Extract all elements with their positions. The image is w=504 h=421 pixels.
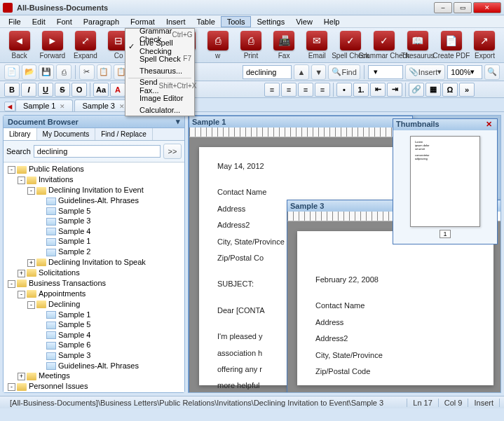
thumbnails-close-icon[interactable]: ✕ [483,120,494,130]
outline-button[interactable]: O [71,83,87,97]
bold-button[interactable]: B [4,83,20,97]
menu-table[interactable]: Table [191,17,220,27]
menuitem-calculator-[interactable]: Calculator... [125,104,194,116]
back-button[interactable]: ◄Back [4,29,34,62]
justify-button[interactable]: ≡ [315,83,330,97]
menu-tools[interactable]: Tools [221,16,252,27]
search-input[interactable] [34,145,161,158]
tree-node[interactable]: +Declining Invitation to Speak [5,257,183,268]
style-combo[interactable]: ▾ [368,65,403,79]
tab-close-icon[interactable]: ✕ [60,103,65,110]
menuitem-spell-check[interactable]: Spell CheckF7 [125,53,194,64]
expand-icon[interactable]: - [8,383,15,391]
outdent-button[interactable]: ⇤ [370,83,386,97]
tree-node[interactable]: Sample 6 [5,340,183,350]
export-button[interactable]: ↗Export [470,29,500,62]
tree-node[interactable]: -Business Transactions [5,278,183,289]
indent-button[interactable]: ⇥ [387,83,402,97]
print-button[interactable]: ⎙ [56,64,71,80]
expand-icon[interactable]: - [18,177,25,184]
create-pdf-button[interactable]: 📄Create PDF [436,29,467,62]
new-button[interactable]: 📄 [4,64,20,80]
menu-edit[interactable]: Edit [27,17,51,27]
strike-button[interactable]: S [55,83,70,97]
thesaurus-button[interactable]: 📖Thesaurus [402,29,433,62]
insert-button[interactable]: 📎Insert ▾ [405,64,446,80]
menu-help[interactable]: Help [318,17,346,27]
tree-node[interactable]: -Appointments [5,289,183,299]
expand-icon[interactable]: - [18,291,25,298]
tree-node[interactable]: Sample 3 [5,216,183,226]
find-button[interactable]: 🔍Find [328,64,360,80]
tree-node[interactable]: +Solicitations [5,268,183,278]
underline-button[interactable]: U [38,83,53,97]
thumbnails-panel[interactable]: Thumbnails✕ Loremipsum dolorsit ametcons… [393,118,498,244]
cut-button[interactable]: ✂ [79,64,95,80]
menu-format[interactable]: Format [125,17,161,27]
tree-node[interactable]: +Meetings [5,371,183,381]
case-button[interactable]: Aa [93,83,109,97]
more-button[interactable]: » [459,83,475,97]
tree-node[interactable]: Guidelines-Alt. Phrases [5,195,183,206]
expand-icon[interactable]: - [8,280,15,288]
italic-button[interactable]: I [21,83,36,97]
tree-node[interactable]: -Personnel Issues [5,381,183,392]
document-page[interactable]: February 22, 2008 Contact NameAddressAdd… [297,231,493,385]
menu-file[interactable]: File [3,17,27,27]
tree-node[interactable]: Sample 2 [5,247,183,257]
menuitem-send-fax-[interactable]: Send Fax...Shift+Ctrl+X [125,80,194,92]
find-next-button[interactable]: ▼ [311,64,327,80]
tree-node[interactable]: Guidelines-Alt. Phrases [5,361,183,371]
bullets-button[interactable]: • [336,83,352,97]
grammar-check-button[interactable]: ✓Grammar Check [369,29,400,62]
search-go-button[interactable]: >> [163,144,182,159]
zoom-button[interactable]: 🔍 [484,64,500,80]
expand-icon[interactable]: - [27,301,35,309]
open-button[interactable]: 📂 [22,64,37,80]
chevron-icon[interactable]: ▾ [176,117,180,126]
page-thumbnail[interactable]: Loremipsum dolorsit ametconsecteturadipi… [410,136,480,227]
menu-settings[interactable]: Settings [251,17,290,27]
tree-node[interactable]: Sample 5 [5,206,183,216]
w-button[interactable]: ⎙w [203,29,233,62]
browser-header[interactable]: Document Browser▾ [4,116,184,128]
expand-icon[interactable]: + [18,373,25,380]
tree-node[interactable]: -Declining Invitation to Event [5,185,183,195]
save-button[interactable]: 💾 [39,64,54,80]
expand-icon[interactable]: + [27,259,35,267]
zoom-combo[interactable]: 100% ▾ [447,65,482,79]
menuitem-live-spell-checking[interactable]: Live Spell Checking [125,41,194,53]
numbers-button[interactable]: 1. [353,83,369,97]
find-input[interactable] [243,65,292,79]
link-button[interactable]: 🔗 [409,83,424,97]
expand-icon[interactable]: + [18,270,25,277]
menuitem-image-editor[interactable]: Image Editor [125,92,194,104]
maximize-button[interactable]: ▭ [454,2,472,13]
document-tree[interactable]: -Public Relations-Invitations-Declining … [4,163,184,392]
menu-paragraph[interactable]: Paragraph [78,17,125,27]
tree-node[interactable]: Sample 5 [5,319,183,330]
tab-close-icon[interactable]: ✕ [119,103,125,110]
font-color-button[interactable]: A [110,83,125,97]
fax-button[interactable]: 📠Fax [269,29,299,62]
menu-insert[interactable]: Insert [161,17,191,27]
tree-node[interactable]: Sample 4 [5,226,183,237]
symbol-button[interactable]: Ω [442,83,458,97]
tree-node[interactable]: Sample 4 [5,330,183,340]
tree-node[interactable]: -Invitations [5,174,183,185]
find-prev-button[interactable]: ▲ [294,64,309,80]
tab-sample-3[interactable]: Sample 3✕ [74,99,132,111]
minimize-button[interactable]: – [434,2,452,13]
expand-icon[interactable]: - [27,187,35,195]
expand-icon[interactable]: - [8,166,15,174]
tree-node[interactable]: -Declining [5,299,183,310]
tree-node[interactable]: Sample 3 [5,350,183,361]
expand-button[interactable]: ⤢Expand [70,29,100,62]
tab-sample-1[interactable]: Sample 1✕ [15,99,73,111]
mydocs-tab[interactable]: My Documents [37,128,96,140]
menu-view[interactable]: View [290,17,318,27]
tree-node[interactable]: Sample 1 [5,236,183,247]
menuitem-thesaurus-[interactable]: Thesaurus... [125,64,194,76]
tree-node[interactable]: -Public Relations [5,164,183,174]
tree-node[interactable]: -Employment Offers [5,392,183,392]
